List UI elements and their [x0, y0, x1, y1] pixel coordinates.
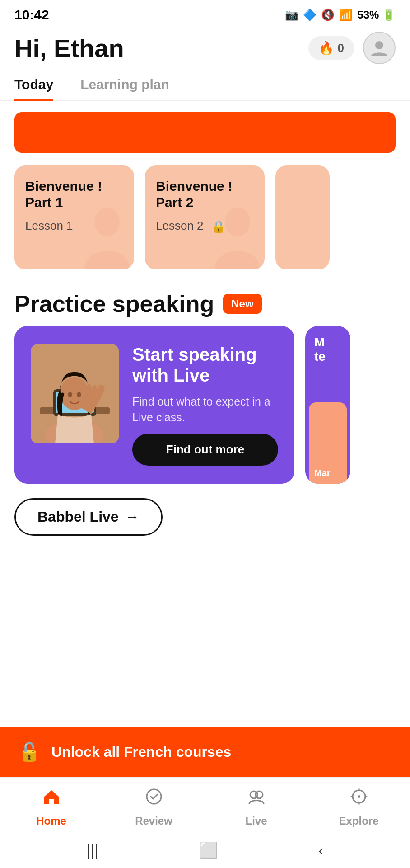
- android-menu-icon[interactable]: |||: [86, 841, 98, 859]
- status-bar: 10:42 📷 🔷 🔇 📶 53% 🔋: [0, 0, 410, 27]
- svg-point-9: [68, 392, 72, 397]
- lesson-card-1[interactable]: Bienvenue ! Part 1 Lesson 1: [14, 165, 134, 269]
- android-nav: ||| ⬜ ‹: [0, 832, 410, 868]
- live-icon: [247, 787, 266, 811]
- speaking-card-desc: Find out what to expect in a Live class.: [132, 394, 278, 425]
- progress-banner[interactable]: [14, 112, 396, 153]
- speaking-card-partial[interactable]: Mte Mar: [305, 326, 350, 484]
- find-out-more-button[interactable]: Find out more: [132, 434, 278, 466]
- greeting-text: Hi, Ethan: [14, 33, 124, 63]
- svg-point-15: [358, 795, 360, 798]
- partial-bottom-label: Mar: [314, 468, 331, 478]
- camera-icon: 📷: [285, 9, 298, 21]
- speaking-scroll: Start speaking with Live Find out what t…: [0, 326, 410, 498]
- android-home-icon[interactable]: ⬜: [199, 841, 218, 859]
- explore-icon: [349, 787, 369, 811]
- header-right: 🔥 0: [308, 32, 396, 64]
- svg-point-10: [77, 392, 81, 397]
- svg-point-11: [147, 789, 161, 804]
- streak-count: 0: [338, 41, 344, 55]
- lesson-card-2[interactable]: Bienvenue ! Part 2 Lesson 2 🔒: [145, 165, 265, 269]
- unlock-banner[interactable]: 🔓 Unlock all French courses: [0, 727, 410, 777]
- speaking-card-title: Start speaking with Live: [132, 344, 278, 386]
- bottom-nav: Home Review Live: [0, 777, 410, 832]
- svg-point-13: [256, 791, 263, 798]
- arrow-icon: →: [125, 509, 140, 525]
- nav-explore[interactable]: Explore: [323, 787, 395, 827]
- nav-home-label: Home: [36, 815, 66, 827]
- avatar-button[interactable]: [363, 32, 396, 64]
- unlock-icon: 🔓: [18, 741, 41, 763]
- battery-text: 53% 🔋: [357, 9, 396, 21]
- speaking-card-main[interactable]: Start speaking with Live Find out what t…: [14, 326, 294, 484]
- android-back-icon[interactable]: ‹: [318, 841, 323, 859]
- speaking-card-image: [31, 344, 119, 443]
- lessons-scroll: Bienvenue ! Part 1 Lesson 1 Bienvenue ! …: [0, 153, 410, 282]
- status-time: 10:42: [14, 7, 49, 23]
- wifi-icon: 📶: [339, 9, 353, 21]
- svg-point-1: [94, 208, 120, 236]
- lesson-card-partial[interactable]: [275, 165, 330, 269]
- mute-icon: 🔇: [321, 9, 335, 21]
- status-icons: 📷 🔷 🔇 📶 53% 🔋: [285, 9, 396, 21]
- svg-point-0: [375, 41, 383, 49]
- bluetooth-icon: 🔷: [303, 9, 317, 21]
- spacer: [0, 554, 410, 727]
- nav-live-label: Live: [245, 815, 267, 827]
- tab-learning-plan[interactable]: Learning plan: [80, 71, 169, 101]
- header: Hi, Ethan 🔥 0: [0, 27, 410, 71]
- new-badge: New: [223, 294, 261, 314]
- review-icon: [144, 787, 164, 811]
- svg-point-2: [225, 208, 250, 236]
- babbel-live-button[interactable]: Babbel Live →: [0, 498, 410, 554]
- partial-top-text: Mte: [305, 326, 350, 373]
- babbel-live-label: Babbel Live: [37, 509, 119, 525]
- nav-review-label: Review: [135, 815, 172, 827]
- practice-speaking-header: Practice speaking New: [0, 282, 410, 326]
- partial-bottom: Mar: [309, 402, 347, 484]
- nav-review[interactable]: Review: [118, 787, 190, 827]
- tabs: Today Learning plan: [0, 71, 410, 101]
- unlock-text: Unlock all French courses: [51, 744, 231, 760]
- flame-icon: 🔥: [318, 41, 334, 56]
- tab-today[interactable]: Today: [14, 71, 53, 101]
- streak-badge[interactable]: 🔥 0: [308, 36, 354, 60]
- speaking-card-content: Start speaking with Live Find out what t…: [132, 344, 278, 466]
- home-icon: [42, 787, 61, 811]
- nav-live[interactable]: Live: [220, 787, 293, 827]
- practice-speaking-title: Practice speaking: [14, 291, 214, 317]
- nav-home[interactable]: Home: [15, 787, 88, 827]
- nav-explore-label: Explore: [339, 815, 378, 827]
